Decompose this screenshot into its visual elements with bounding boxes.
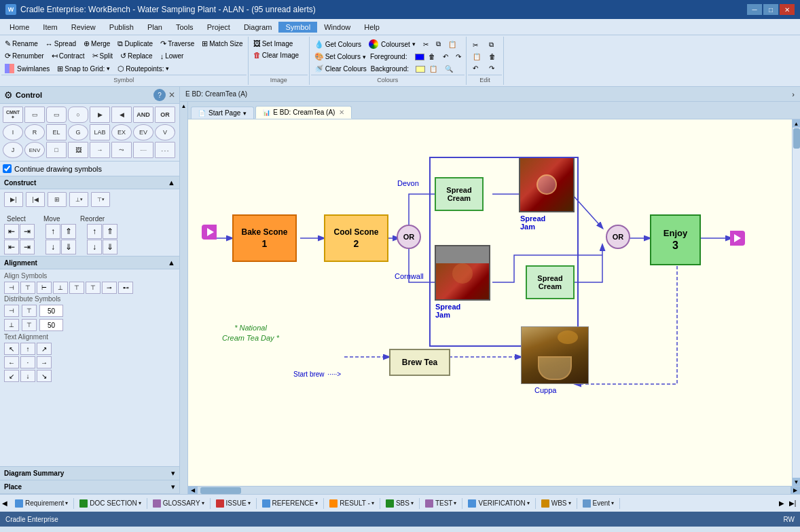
ta-bot-center[interactable]: ↓	[20, 370, 35, 382]
clear-image-button[interactable]: 🗑Clear Image	[250, 50, 302, 60]
or-circle-1[interactable]: OR	[397, 225, 421, 249]
menu-diagram[interactable]: Diagram	[237, 22, 279, 33]
sym-v[interactable]: V	[155, 124, 175, 140]
ta-mid-left[interactable]: ←	[4, 356, 19, 368]
sym-j[interactable]: J	[3, 142, 23, 158]
edit-btn1[interactable]: ✂	[469, 39, 484, 50]
v-scroll-thumb[interactable]	[793, 128, 800, 149]
sym-rect-rounded[interactable]: ▭	[46, 107, 67, 123]
sym-rect-round[interactable]: ○	[68, 107, 88, 123]
start-terminal[interactable]	[202, 225, 217, 240]
bottom-tab-glossary[interactable]: GLOSSARY ▾	[147, 498, 211, 509]
menu-symbol[interactable]: Symbol	[278, 22, 317, 33]
select-bottom-left[interactable]: ⇤	[4, 240, 19, 254]
align-extra1-btn[interactable]: ⊸	[102, 282, 117, 294]
close-button[interactable]: ✕	[780, 4, 795, 15]
spread-button[interactable]: ↔Spread	[42, 39, 79, 50]
snap-to-grid-button[interactable]: ⊞Snap to Grid:▾	[54, 63, 113, 75]
menu-window[interactable]: Window	[317, 22, 357, 33]
split-button[interactable]: ✂Split	[89, 50, 116, 62]
edit-btn4[interactable]: 🗑	[486, 52, 501, 62]
spread-jam-bottom-image[interactable]	[435, 245, 490, 301]
align-bottom-btn[interactable]: ⊤	[86, 282, 101, 294]
place-header[interactable]: Place ▾	[0, 480, 179, 494]
panel-close-button[interactable]: ✕	[168, 90, 175, 100]
bottom-tab-result[interactable]: RESULT - ▾	[324, 498, 380, 509]
sym-branch[interactable]: ⤳	[111, 142, 132, 158]
construct-playback[interactable]: |◀	[26, 192, 45, 207]
v-scroll-down-btn[interactable]: ▼	[793, 478, 800, 486]
menu-home[interactable]: Home	[3, 22, 36, 33]
align-right-btn[interactable]: ⊢	[37, 282, 52, 294]
ta-top-left[interactable]: ↖	[4, 343, 19, 355]
rename-button[interactable]: ✎Rename	[1, 38, 41, 50]
help-button[interactable]: ?	[153, 89, 166, 101]
diagram-summary-header[interactable]: Diagram Summary ▾	[0, 467, 179, 480]
end-terminal[interactable]	[730, 231, 745, 246]
edit-btn3[interactable]: 📋	[469, 52, 484, 62]
move-down-all[interactable]: ⇓	[61, 240, 76, 254]
menu-plan[interactable]: Plan	[141, 22, 169, 33]
sym-env[interactable]: ENV	[24, 142, 45, 158]
edit-clear-button[interactable]: 🗑	[425, 52, 439, 62]
continue-drawing-checkbox[interactable]	[3, 164, 12, 173]
menu-review[interactable]: Review	[65, 22, 103, 33]
or-circle-2[interactable]: OR	[606, 225, 630, 249]
brew-tea-box[interactable]: Brew Tea	[389, 349, 450, 376]
reorder-down[interactable]: ↓	[87, 240, 102, 254]
bottom-scroll-end[interactable]: ▶|	[788, 496, 797, 511]
select-top-left[interactable]: ⇤	[4, 224, 19, 239]
enjoy-box[interactable]: Enjoy 3	[650, 214, 701, 265]
background-swatch[interactable]	[416, 66, 425, 73]
bake-scone-box[interactable]: Bake Scone 1	[232, 214, 297, 262]
contract-button[interactable]: ↤Contract	[48, 50, 88, 62]
reorder-up-all[interactable]: ⇑	[103, 224, 117, 239]
maximize-button[interactable]: □	[763, 4, 778, 15]
align-center-h-btn[interactable]: ⊤	[20, 282, 35, 294]
edit-btn2[interactable]: ⧉	[486, 39, 501, 50]
move-down[interactable]: ↓	[46, 240, 60, 254]
edit-cut-button[interactable]: ✂	[420, 39, 432, 50]
distribute-v-input[interactable]	[39, 319, 63, 331]
sym-lab[interactable]: LAB	[90, 124, 110, 140]
menu-help[interactable]: Help	[357, 22, 386, 33]
sym-or[interactable]: OR	[155, 107, 175, 123]
sym-i[interactable]: I	[3, 124, 23, 140]
sym-ev[interactable]: EV	[133, 124, 153, 140]
alignment-header[interactable]: Alignment ▲	[0, 256, 179, 269]
bottom-tab-doc-section[interactable]: DOC SECTION ▾	[74, 498, 147, 509]
merge-button[interactable]: ⊕Merge	[80, 38, 113, 50]
sym-image[interactable]: 🖼	[68, 142, 88, 158]
construct-align2[interactable]: ⊤▾	[91, 192, 110, 207]
bottom-scroll-right[interactable]: ▶	[777, 496, 786, 511]
sym-dashes[interactable]: - - -	[155, 142, 175, 158]
edit-undo-button[interactable]: ↶	[439, 52, 452, 62]
menu-item[interactable]: Item	[36, 22, 64, 33]
menu-tools[interactable]: Tools	[169, 22, 200, 33]
ta-bot-left[interactable]: ↙	[4, 370, 19, 382]
bottom-tab-requirement[interactable]: Requirement ▾	[10, 498, 74, 509]
clear-colours-button[interactable]: 🚿Clear Colours	[311, 63, 370, 75]
ta-top-center[interactable]: ↑	[20, 343, 35, 355]
tab-start-page-dropdown[interactable]: ▾	[243, 110, 247, 117]
edit-btn6[interactable]: ↷	[486, 63, 501, 73]
construct-header[interactable]: Construct ▲	[0, 176, 179, 189]
construct-align1[interactable]: ⊥▾	[69, 192, 88, 207]
duplicate-button[interactable]: ⧉Duplicate	[114, 38, 156, 50]
edit-redo-button[interactable]: ↷	[452, 52, 465, 62]
align-extra2-btn[interactable]: ⊷	[118, 282, 133, 294]
spread-jam-top-image[interactable]	[519, 157, 575, 212]
ta-mid-center[interactable]: ·	[20, 356, 35, 368]
v-scroll-up-btn[interactable]: ▲	[793, 119, 800, 128]
sym-g[interactable]: G	[68, 124, 88, 140]
h-scroll-thumb[interactable]	[200, 487, 241, 494]
breadcrumb-nav-right[interactable]: ›	[792, 90, 795, 98]
sym-el[interactable]: EL	[46, 124, 67, 140]
set-image-button[interactable]: 🖼Set Image	[250, 38, 297, 49]
edit-btn5[interactable]: ↶	[469, 63, 484, 73]
reorder-down-all[interactable]: ⇓	[103, 240, 117, 254]
bottom-tab-wbs[interactable]: WBS ▾	[536, 498, 577, 509]
renumber-button[interactable]: ⟳Renumber	[1, 50, 48, 62]
align-center-v-btn[interactable]: ⊤	[69, 282, 84, 294]
tab-start-page[interactable]: 📄 Start Page ▾	[191, 107, 254, 119]
